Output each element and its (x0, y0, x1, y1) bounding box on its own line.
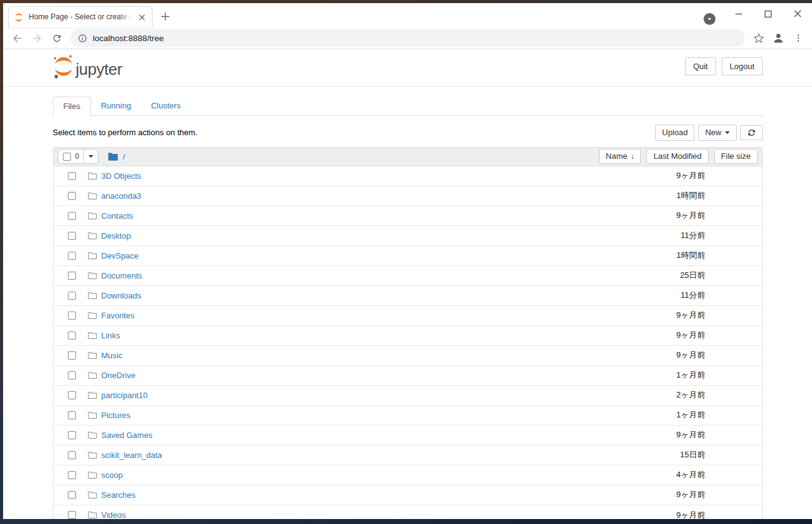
sort-size-button[interactable]: File size (714, 149, 758, 164)
refresh-list-button[interactable] (740, 125, 763, 140)
new-tab-button[interactable] (156, 7, 174, 25)
folder-name-link[interactable]: DevSpace (102, 251, 139, 260)
browser-tab[interactable]: Home Page - Select or create a n (8, 6, 153, 27)
row-checkbox[interactable] (68, 272, 76, 280)
row-modified: 9ヶ月前 (676, 510, 706, 519)
close-button[interactable] (783, 3, 812, 24)
folder-name-link[interactable]: Pictures (102, 411, 131, 420)
row-checkbox[interactable] (68, 411, 76, 419)
tab-strip: Home Page - Select or create a n (3, 3, 812, 27)
folder-name-link[interactable]: participant10 (102, 391, 148, 400)
jupyter-logo-icon (53, 54, 74, 79)
view-tabs: Files Running Clusters (53, 97, 763, 116)
row-checkbox[interactable] (68, 391, 76, 399)
file-row: Pictures 1ヶ月前 (54, 406, 762, 426)
reload-icon[interactable] (47, 29, 66, 47)
folder-name-link[interactable]: Videos (102, 510, 126, 519)
file-row: Videos 9ヶ月前 (54, 505, 762, 519)
tab-files[interactable]: Files (53, 97, 91, 116)
new-dropdown-button[interactable]: New (698, 125, 736, 141)
folder-name-link[interactable]: scikit_learn_data (102, 450, 163, 460)
file-row: DevSpace 1時間前 (54, 246, 762, 266)
row-checkbox[interactable] (68, 292, 76, 300)
select-dropdown-button[interactable] (83, 149, 98, 164)
folder-name-link[interactable]: 3D Objects (102, 171, 141, 181)
row-checkbox[interactable] (68, 312, 76, 320)
tab-title: Home Page - Select or create a n (29, 12, 132, 22)
row-checkbox[interactable] (68, 471, 76, 479)
folder-name-link[interactable]: Downloads (102, 291, 141, 300)
select-all-checkbox[interactable] (63, 153, 71, 161)
folder-name-link[interactable]: scoop (102, 470, 123, 480)
folder-name-link[interactable]: Contacts (102, 211, 133, 221)
row-checkbox[interactable] (68, 212, 76, 220)
folder-name-link[interactable]: Favorites (102, 311, 135, 320)
caret-down-icon (725, 131, 730, 134)
row-checkbox[interactable] (68, 331, 76, 340)
url-bar[interactable]: localhost:8888/tree (70, 29, 745, 47)
selected-count: 0 (75, 152, 80, 161)
upload-button[interactable]: Upload (655, 125, 694, 141)
breadcrumb-root-link[interactable]: / (123, 152, 125, 161)
row-modified: 9ヶ月前 (676, 210, 706, 221)
forward-icon[interactable] (27, 29, 46, 47)
browser-update-icon[interactable] (704, 13, 715, 25)
file-row: Contacts 9ヶ月前 (54, 206, 762, 226)
folder-outline-icon (88, 351, 97, 360)
jupyter-logo-text: jupyter (76, 61, 123, 79)
tab-running[interactable]: Running (91, 97, 141, 116)
row-checkbox[interactable] (68, 511, 76, 519)
menu-dots-icon[interactable] (789, 29, 808, 47)
file-row: scoop 4ヶ月前 (54, 465, 762, 485)
folder-outline-icon (88, 451, 97, 459)
jupyter-logo[interactable]: jupyter (53, 54, 123, 79)
folder-name-link[interactable]: anaconda3 (102, 191, 141, 201)
maximize-button[interactable] (753, 3, 783, 24)
folder-outline-icon (88, 192, 97, 200)
folder-name-link[interactable]: Desktop (102, 231, 131, 241)
sort-modified-button[interactable]: Last Modified (646, 149, 708, 164)
select-all-button[interactable]: 0 (58, 149, 85, 164)
site-info-icon[interactable] (78, 34, 87, 43)
row-modified: 11分前 (681, 290, 706, 301)
file-row: Links 9ヶ月前 (54, 326, 762, 346)
row-checkbox[interactable] (68, 431, 76, 439)
refresh-icon (747, 128, 756, 137)
bookmark-star-icon[interactable] (749, 29, 768, 47)
file-row: anaconda3 1時間前 (54, 186, 762, 206)
folder-name-link[interactable]: OneDrive (102, 371, 136, 380)
row-checkbox[interactable] (68, 192, 76, 200)
row-modified: 2ヶ月前 (676, 389, 706, 401)
sort-name-button[interactable]: Name ↓ (599, 149, 641, 164)
folder-outline-icon (88, 212, 97, 220)
logout-button[interactable]: Logout (722, 57, 763, 76)
tab-clusters[interactable]: Clusters (141, 97, 191, 116)
tab-close-icon[interactable] (137, 12, 147, 22)
row-checkbox[interactable] (68, 491, 76, 499)
folder-outline-icon (88, 331, 97, 340)
folder-name-link[interactable]: Searches (102, 490, 136, 500)
folder-solid-icon (108, 152, 118, 161)
folder-outline-icon (88, 272, 97, 280)
folder-outline-icon (88, 431, 97, 439)
row-checkbox[interactable] (68, 252, 76, 260)
folder-name-link[interactable]: Links (102, 331, 120, 340)
row-modified: 9ヶ月前 (676, 429, 706, 441)
row-checkbox[interactable] (68, 172, 76, 180)
folder-outline-icon (88, 172, 97, 180)
back-icon[interactable] (7, 29, 26, 47)
row-modified: 1ヶ月前 (676, 409, 706, 421)
folder-name-link[interactable]: Music (102, 351, 123, 360)
row-checkbox[interactable] (68, 232, 76, 240)
row-checkbox[interactable] (68, 351, 76, 360)
row-checkbox[interactable] (68, 451, 76, 459)
quit-button[interactable]: Quit (685, 57, 716, 76)
row-checkbox[interactable] (68, 371, 76, 379)
folder-name-link[interactable]: Saved Games (102, 431, 153, 440)
minimize-button[interactable] (724, 3, 753, 24)
profile-avatar-icon[interactable] (769, 29, 788, 47)
caret-down-icon (88, 155, 93, 158)
folder-name-link[interactable]: Documents (102, 271, 143, 280)
url-text[interactable]: localhost:8888/tree (93, 34, 164, 43)
file-row: Desktop 11分前 (54, 226, 762, 246)
